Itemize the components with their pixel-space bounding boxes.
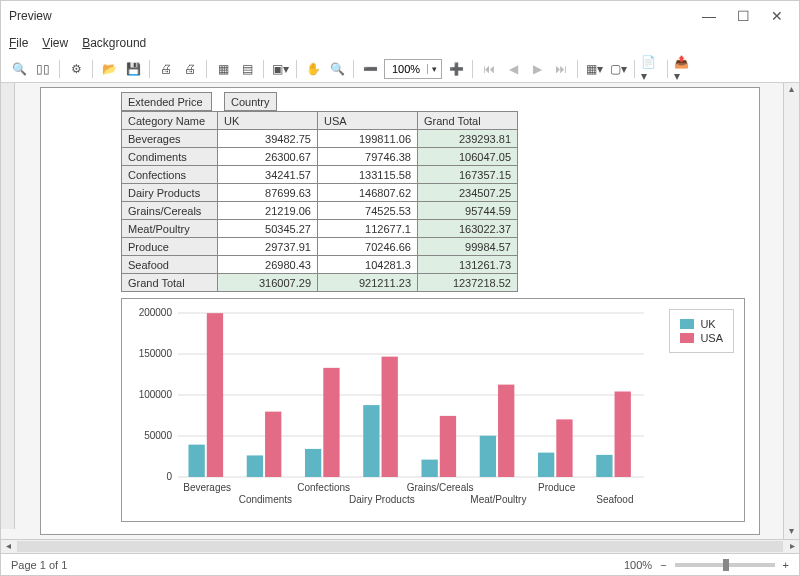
vertical-ruler (1, 83, 15, 529)
table-row: Grains/Cereals21219.0674525.5395744.59 (122, 202, 518, 220)
svg-rect-31 (596, 455, 612, 477)
export-icon[interactable]: 📄▾ (641, 59, 661, 79)
first-page-icon[interactable]: ⏮ (479, 59, 499, 79)
watermark-icon[interactable]: ▣▾ (270, 59, 290, 79)
svg-rect-32 (615, 391, 631, 477)
table-row: Seafood26980.43104281.3131261.73 (122, 256, 518, 274)
chart-container: UK USA 050000100000150000200000Beverages… (121, 298, 745, 522)
scroll-left-icon[interactable]: ◂ (1, 540, 15, 553)
menubar: File View Background (1, 31, 799, 55)
svg-text:Seafood: Seafood (596, 494, 633, 505)
scroll-right-icon[interactable]: ▸ (785, 540, 799, 553)
svg-rect-22 (421, 460, 437, 477)
svg-rect-10 (188, 445, 204, 477)
minimize-button[interactable]: — (701, 8, 717, 24)
table-row: Meat/Poultry50345.27112677.1163022.37 (122, 220, 518, 238)
page-setup-icon[interactable]: ▦ (213, 59, 233, 79)
save-icon[interactable]: 💾 (123, 59, 143, 79)
open-icon[interactable]: 📂 (99, 59, 119, 79)
binoculars-icon[interactable]: 🔍 (9, 59, 29, 79)
svg-text:Grains/Cereals: Grains/Cereals (407, 482, 474, 493)
prev-page-icon[interactable]: ◀ (503, 59, 523, 79)
table-row: Dairy Products87699.63146807.62234507.25 (122, 184, 518, 202)
svg-rect-23 (440, 416, 456, 477)
pivot-data-table: Category NameUKUSAGrand TotalBeverages39… (121, 111, 518, 292)
magnifier-icon[interactable]: 🔍 (327, 59, 347, 79)
zoom-combo[interactable]: ▾ (384, 59, 442, 79)
cell-country: Country (225, 93, 277, 111)
page-indicator: Page 1 of 1 (11, 559, 67, 571)
menu-file[interactable]: File (9, 36, 28, 50)
content-area: Extended Price Country Category NameUKUS… (1, 83, 799, 539)
toolbar: 🔍 ▯▯ ⚙ 📂 💾 🖨 🖨 ▦ ▤ ▣▾ ✋ 🔍 ➖ ▾ ➕ ⏮ ◀ ▶ ⏭ … (1, 55, 799, 83)
svg-text:0: 0 (166, 471, 172, 482)
scroll-down-icon[interactable]: ▾ (784, 525, 799, 539)
svg-text:Meat/Poultry: Meat/Poultry (470, 494, 526, 505)
background-color-icon[interactable]: ▢▾ (608, 59, 628, 79)
hand-tool-icon[interactable]: ✋ (303, 59, 323, 79)
close-button[interactable]: ✕ (769, 8, 785, 24)
svg-text:Produce: Produce (538, 482, 576, 493)
svg-text:Beverages: Beverages (183, 482, 231, 493)
maximize-button[interactable]: ☐ (735, 8, 751, 24)
svg-text:Condiments: Condiments (239, 494, 292, 505)
svg-rect-25 (480, 436, 496, 477)
menu-view[interactable]: View (42, 36, 68, 50)
svg-rect-14 (265, 412, 281, 477)
chart-svg: 050000100000150000200000BeveragesCondime… (122, 299, 744, 521)
vertical-scrollbar[interactable]: ▴ ▾ (783, 83, 799, 539)
send-icon[interactable]: 📤▾ (674, 59, 694, 79)
scale-icon[interactable]: ▤ (237, 59, 257, 79)
svg-text:200000: 200000 (139, 307, 173, 318)
window-title: Preview (9, 9, 701, 23)
chevron-down-icon[interactable]: ▾ (427, 64, 441, 74)
svg-rect-13 (247, 455, 263, 477)
svg-rect-16 (305, 449, 321, 477)
zoom-in-icon[interactable]: ➕ (446, 59, 466, 79)
thumbnails-icon[interactable]: ▯▯ (33, 59, 53, 79)
report-page: Extended Price Country Category NameUKUS… (40, 87, 760, 535)
scroll-up-icon[interactable]: ▴ (784, 83, 799, 97)
svg-rect-17 (323, 368, 339, 477)
status-zoom: 100% (624, 559, 652, 571)
svg-rect-29 (556, 419, 572, 477)
svg-rect-19 (363, 405, 379, 477)
svg-rect-26 (498, 385, 514, 477)
zoom-plus-icon[interactable]: + (783, 559, 789, 571)
last-page-icon[interactable]: ⏭ (551, 59, 571, 79)
svg-text:Confections: Confections (297, 482, 350, 493)
table-row: Confections34241.57133115.58167357.15 (122, 166, 518, 184)
zoom-slider[interactable] (675, 563, 775, 567)
svg-rect-20 (382, 357, 398, 477)
quick-print-icon[interactable]: 🖨 (180, 59, 200, 79)
horizontal-scrollbar[interactable]: ◂ ▸ (1, 539, 799, 553)
pivot-table: Extended Price Country (121, 92, 277, 111)
zoom-minus-icon[interactable]: − (660, 559, 666, 571)
table-row: Beverages39482.75199811.06239293.81 (122, 130, 518, 148)
table-row: Condiments26300.6779746.38106047.05 (122, 148, 518, 166)
multipage-icon[interactable]: ▦▾ (584, 59, 604, 79)
cell-extended-price: Extended Price (122, 93, 212, 111)
menu-background[interactable]: Background (82, 36, 146, 50)
svg-text:100000: 100000 (139, 389, 173, 400)
svg-text:50000: 50000 (144, 430, 172, 441)
print-icon[interactable]: 🖨 (156, 59, 176, 79)
svg-rect-28 (538, 453, 554, 477)
table-row: Produce29737.9170246.6699984.57 (122, 238, 518, 256)
parameters-icon[interactable]: ⚙ (66, 59, 86, 79)
zoom-input[interactable] (385, 63, 427, 75)
svg-text:Dairy Products: Dairy Products (349, 494, 415, 505)
statusbar: Page 1 of 1 100% − + (1, 553, 799, 575)
zoom-out-icon[interactable]: ➖ (360, 59, 380, 79)
next-page-icon[interactable]: ▶ (527, 59, 547, 79)
svg-text:150000: 150000 (139, 348, 173, 359)
titlebar: Preview — ☐ ✕ (1, 1, 799, 31)
svg-rect-11 (207, 313, 223, 477)
